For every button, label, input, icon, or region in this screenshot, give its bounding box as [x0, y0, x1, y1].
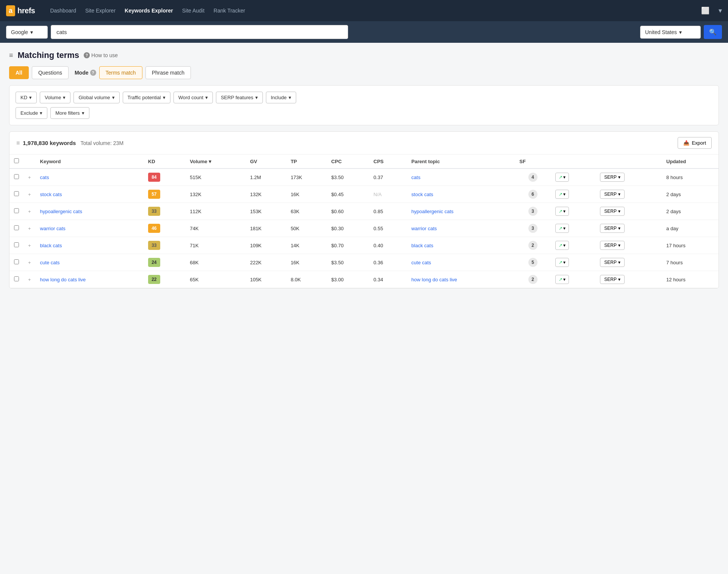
filter-word-count[interactable]: Word count ▾: [173, 92, 213, 103]
search-button[interactable]: 🔍: [704, 25, 722, 39]
engine-select[interactable]: Google ▾: [6, 26, 48, 39]
col-keyword[interactable]: Keyword: [36, 154, 144, 168]
row-checkbox[interactable]: [14, 191, 19, 196]
nav-dashboard[interactable]: Dashboard: [50, 8, 76, 14]
col-cpc[interactable]: CPC: [327, 154, 369, 168]
tab-all[interactable]: All: [9, 66, 29, 79]
select-all-header[interactable]: [9, 154, 23, 168]
chevron-down-icon[interactable]: ▾: [719, 6, 722, 15]
col-updated[interactable]: Updated: [662, 154, 719, 168]
parent-topic-link[interactable]: cats: [411, 175, 420, 180]
row-checkbox-cell[interactable]: [9, 220, 23, 237]
row-checkbox[interactable]: [14, 225, 19, 230]
col-kd[interactable]: KD: [144, 154, 185, 168]
serp-action-cell: SERP ▾: [595, 237, 662, 254]
trend-button[interactable]: ↗ ▾: [555, 275, 569, 284]
parent-topic-link[interactable]: warrior cats: [411, 226, 437, 231]
parent-topic-link[interactable]: hypoallergenic cats: [411, 209, 453, 214]
serp-button[interactable]: SERP ▾: [600, 207, 625, 216]
filter-include[interactable]: Include ▾: [266, 92, 296, 103]
row-checkbox-cell[interactable]: [9, 254, 23, 271]
filter-global-volume[interactable]: Global volume ▾: [73, 92, 119, 103]
trend-button[interactable]: ↗ ▾: [555, 258, 569, 267]
more-chevron-icon: ▾: [82, 110, 84, 116]
sort-handle-icon[interactable]: ≡: [16, 140, 20, 147]
tab-phrase-match[interactable]: Phrase match: [145, 66, 191, 79]
parent-topic-link[interactable]: how long do cats live: [411, 277, 457, 282]
total-volume: Total volume: 23M: [80, 140, 123, 146]
cps-cell: 0.37: [369, 168, 407, 186]
filter-serp-features[interactable]: SERP features ▾: [216, 92, 263, 103]
row-checkbox-cell[interactable]: [9, 186, 23, 203]
logo[interactable]: a hrefs: [6, 5, 35, 16]
row-checkbox[interactable]: [14, 242, 19, 247]
keyword-link[interactable]: hypoallergenic cats: [40, 209, 82, 214]
nav-rank-tracker[interactable]: Rank Tracker: [214, 8, 245, 14]
nav-site-audit[interactable]: Site Audit: [182, 8, 205, 14]
trend-button[interactable]: ↗ ▾: [555, 190, 569, 199]
add-keyword-btn[interactable]: +: [23, 203, 36, 220]
keyword-link[interactable]: cats: [40, 175, 49, 180]
export-button[interactable]: 📥 Export: [678, 137, 712, 149]
add-keyword-btn[interactable]: +: [23, 237, 36, 254]
trend-button[interactable]: ↗ ▾: [555, 207, 569, 216]
row-checkbox[interactable]: [14, 276, 19, 281]
nav-keywords-explorer[interactable]: Keywords Explorer: [125, 8, 173, 14]
add-keyword-btn[interactable]: +: [23, 168, 36, 186]
parent-topic-cell: hypoallergenic cats: [407, 203, 515, 220]
engine-chevron-icon: ▾: [30, 29, 33, 35]
sf-badge: 2: [528, 275, 537, 284]
trend-button[interactable]: ↗ ▾: [555, 241, 569, 250]
filter-more[interactable]: More filters ▾: [50, 107, 89, 119]
gv-cell: 132K: [245, 186, 286, 203]
keyword-link[interactable]: warrior cats: [40, 226, 66, 231]
serp-button[interactable]: SERP ▾: [600, 190, 625, 199]
col-gv[interactable]: GV: [245, 154, 286, 168]
select-all-checkbox[interactable]: [14, 158, 19, 163]
add-keyword-btn[interactable]: +: [23, 220, 36, 237]
keyword-link[interactable]: how long do cats live: [40, 277, 86, 282]
trend-button[interactable]: ↗ ▾: [555, 224, 569, 233]
keyword-link[interactable]: black cats: [40, 243, 62, 248]
col-cps[interactable]: CPS: [369, 154, 407, 168]
search-input[interactable]: [51, 25, 348, 39]
filter-traffic-potential[interactable]: Traffic potential ▾: [123, 92, 170, 103]
row-checkbox-cell[interactable]: [9, 168, 23, 186]
parent-topic-link[interactable]: stock cats: [411, 192, 433, 197]
row-checkbox[interactable]: [14, 174, 19, 179]
filter-kd[interactable]: KD ▾: [16, 92, 37, 103]
add-keyword-btn[interactable]: +: [23, 186, 36, 203]
col-tp[interactable]: TP: [286, 154, 327, 168]
sf-badge: 6: [528, 190, 537, 199]
row-checkbox-cell[interactable]: [9, 237, 23, 254]
col-volume[interactable]: Volume ▾: [185, 154, 245, 168]
add-keyword-btn[interactable]: +: [23, 271, 36, 288]
parent-topic-link[interactable]: black cats: [411, 243, 433, 248]
row-checkbox[interactable]: [14, 208, 19, 213]
tab-questions[interactable]: Questions: [32, 66, 69, 79]
parent-topic-link[interactable]: cute cats: [411, 260, 431, 265]
serp-button[interactable]: SERP ▾: [600, 275, 625, 284]
add-keyword-btn[interactable]: +: [23, 254, 36, 271]
country-select[interactable]: United States ▾: [640, 26, 701, 39]
col-sf[interactable]: SF: [515, 154, 551, 168]
screen-icon[interactable]: ⬜: [701, 6, 709, 15]
trend-button[interactable]: ↗ ▾: [555, 173, 569, 182]
hamburger-icon[interactable]: ≡: [9, 51, 13, 59]
tab-terms-match[interactable]: Terms match: [99, 66, 142, 79]
how-to-use-link[interactable]: ? How to use: [84, 52, 118, 58]
filter-volume[interactable]: Volume ▾: [40, 92, 70, 103]
keyword-link[interactable]: cute cats: [40, 260, 60, 265]
table-row: + black cats 33 71K 109K 14K $0.70 0.40 …: [9, 237, 719, 254]
nav-site-explorer[interactable]: Site Explorer: [85, 8, 116, 14]
serp-button[interactable]: SERP ▾: [600, 241, 625, 250]
serp-button[interactable]: SERP ▾: [600, 258, 625, 267]
row-checkbox[interactable]: [14, 259, 19, 264]
col-parent-topic[interactable]: Parent topic: [407, 154, 515, 168]
filter-exclude[interactable]: Exclude ▾: [16, 107, 47, 119]
serp-button[interactable]: SERP ▾: [600, 224, 625, 233]
row-checkbox-cell[interactable]: [9, 271, 23, 288]
row-checkbox-cell[interactable]: [9, 203, 23, 220]
keyword-link[interactable]: stock cats: [40, 192, 62, 197]
serp-button[interactable]: SERP ▾: [600, 173, 625, 182]
